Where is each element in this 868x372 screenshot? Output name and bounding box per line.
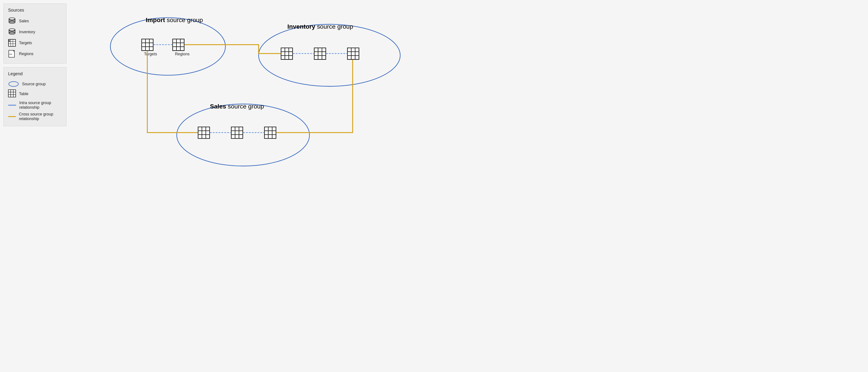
inventory-table-3 (347, 48, 359, 59)
legend-label-source-group: Source group (22, 82, 46, 86)
import-targets-table (142, 39, 153, 51)
diagram-area: Import source group Inventory source gro… (70, 0, 434, 186)
source-item-regions: csv Regions (8, 49, 62, 59)
legend-item-intra: Intra source group relationship (8, 101, 62, 110)
import-group-ellipse (111, 18, 225, 75)
sources-title: Sources (8, 8, 62, 13)
svg-point-0 (9, 18, 15, 20)
source-label-sales: Sales (19, 19, 29, 23)
cross-line-inventory-sales (276, 60, 352, 133)
legend-ellipse-icon (8, 81, 19, 87)
svg-point-12 (9, 82, 18, 86)
cross-line-import-sales (147, 51, 198, 133)
import-targets-label: Targets (144, 52, 157, 56)
legend-item-source-group: Source group (8, 81, 62, 87)
legend-box: Legend Source group Table (3, 67, 66, 126)
excel-icon-targets: X (8, 39, 16, 47)
source-item-targets: X Targets (8, 38, 62, 48)
import-regions-table (173, 39, 184, 51)
source-label-targets: Targets (19, 41, 32, 45)
sales-group-label: Sales source group (210, 103, 264, 110)
legend-label-cross: Cross source group relationship (19, 112, 62, 121)
cross-line-import-inventory (184, 45, 281, 54)
inventory-group-ellipse (258, 24, 400, 86)
blue-line-icon (8, 105, 16, 106)
database-icon-inventory (8, 28, 16, 36)
svg-point-2 (9, 29, 15, 31)
source-label-inventory: Inventory (19, 30, 35, 34)
import-regions-label: Regions (175, 52, 190, 56)
sales-table-1 (198, 127, 210, 138)
legend-title: Legend (8, 71, 62, 76)
yellow-line-icon (8, 116, 16, 117)
source-item-inventory: Inventory (8, 27, 62, 37)
import-group-label: Import source group (146, 17, 203, 23)
csv-icon-regions: csv (8, 50, 16, 58)
diagram-svg: Import source group Inventory source gro… (74, 4, 430, 181)
source-item-sales: Sales (8, 16, 62, 26)
legend-label-intra: Intra source group relationship (19, 101, 62, 110)
legend-label-table: Table (19, 92, 28, 96)
legend-item-table: Table (8, 89, 62, 98)
left-panel: Sources Sales (0, 0, 70, 186)
svg-text:csv: csv (9, 53, 12, 55)
sources-box: Sources Sales (3, 3, 66, 64)
svg-text:X: X (8, 39, 10, 42)
inventory-group-label: Inventory source group (287, 23, 353, 30)
inventory-table-1 (281, 48, 292, 59)
sales-table-3 (265, 127, 276, 138)
legend-table-icon (8, 89, 16, 98)
database-icon-sales (8, 17, 16, 25)
inventory-table-2 (314, 48, 326, 59)
sales-table-2 (231, 127, 243, 138)
svg-rect-13 (8, 90, 16, 97)
source-label-regions: Regions (19, 52, 33, 56)
legend-item-cross: Cross source group relationship (8, 112, 62, 121)
